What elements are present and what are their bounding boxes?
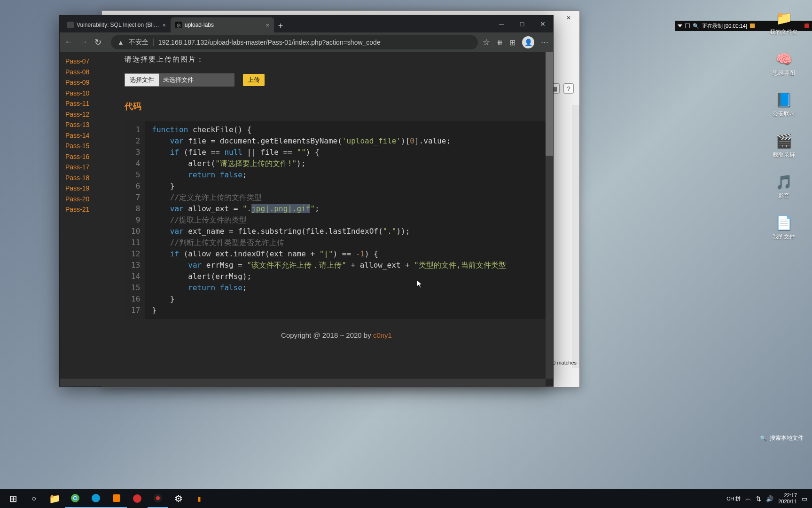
desktop-icon-label: 思维导图 <box>773 69 795 77</box>
back-button[interactable]: ← <box>64 37 73 48</box>
sidebar-item-pass-19[interactable]: Pass-19 <box>65 183 106 194</box>
sidebar-item-pass-18[interactable]: Pass-18 <box>65 173 106 183</box>
sidebar-item-pass-21[interactable]: Pass-21 <box>65 204 106 215</box>
volume-icon[interactable]: 🔊 <box>766 495 773 502</box>
sidebar-item-pass-15[interactable]: Pass-15 <box>65 141 106 151</box>
bg-scrollbar[interactable] <box>572 105 579 368</box>
svg-rect-4 <box>113 494 120 502</box>
region-icon[interactable] <box>685 24 690 28</box>
tray-chevron-icon[interactable]: ︿ <box>745 494 751 503</box>
sidebar-item-pass-20[interactable]: Pass-20 <box>65 194 106 205</box>
desktop-icon-label: 影音 <box>778 192 789 200</box>
profile-avatar[interactable]: 👤 <box>522 36 534 48</box>
line-number: 7 <box>131 192 140 203</box>
page-hscrollbar[interactable] <box>60 379 546 386</box>
app-orange-button[interactable]: ▮ <box>189 489 210 508</box>
favorite-icon[interactable]: ☆ <box>483 37 490 48</box>
match-count: 0 matches <box>553 360 577 365</box>
taskbar: ⊞ ○ 📁 ⚙ ▮ CH 拼 ︿ ⇅ 🔊 22:17 2020/11 ▭ <box>0 489 812 508</box>
clock[interactable]: 22:17 2020/11 <box>778 492 797 505</box>
desktop-icon-label: 公安联考 <box>773 110 795 118</box>
clock-date: 2020/11 <box>778 499 797 505</box>
recorder-button[interactable] <box>148 489 168 508</box>
sidebar-item-pass-07[interactable]: Pass-07 <box>65 56 106 67</box>
app-red-button[interactable] <box>127 489 148 508</box>
system-tray: CH 拼 ︿ ⇅ 🔊 22:17 2020/11 ▭ <box>726 492 809 505</box>
desktop-icon-label: 截取录屏 <box>773 151 795 159</box>
page-scrollbar[interactable] <box>546 52 553 379</box>
settings-button[interactable]: ⚙ <box>168 489 189 508</box>
line-number: 14 <box>131 271 140 282</box>
sidebar-item-pass-16[interactable]: Pass-16 <box>65 151 106 162</box>
desktop-icon[interactable]: 📁我的文件夹 <box>756 4 812 45</box>
desktop-icon[interactable]: 🎬截取录屏 <box>756 127 812 167</box>
more-icon[interactable]: ⋯ <box>541 38 548 47</box>
chrome-button[interactable] <box>65 489 86 508</box>
refresh-button[interactable]: ↻ <box>94 37 102 48</box>
sidebar-item-pass-09[interactable]: Pass-09 <box>65 77 106 88</box>
sidebar-item-pass-13[interactable]: Pass-13 <box>65 119 106 130</box>
file-input[interactable]: 选择文件 未选择文件 <box>125 73 234 87</box>
tab-upload-labs[interactable]: ◎ upload-labs × <box>171 17 274 32</box>
line-number: 5 <box>131 169 140 181</box>
sidebar-item-pass-11[interactable]: Pass-11 <box>65 98 106 109</box>
sidebar-item-pass-10[interactable]: Pass-10 <box>65 88 106 99</box>
line-number: 11 <box>131 237 140 248</box>
sidebar-item-pass-12[interactable]: Pass-12 <box>65 109 106 120</box>
forward-button[interactable]: → <box>79 37 88 48</box>
scrollbar-thumb[interactable] <box>546 52 553 156</box>
url-field[interactable]: ▲ 不安全 192.168.187.132/upload-labs-master… <box>111 35 478 49</box>
desktop-icon[interactable]: 🧠思维导图 <box>756 45 812 86</box>
zoom-icon[interactable]: 🔍 <box>693 23 699 29</box>
dropdown-icon[interactable] <box>678 24 682 27</box>
code-line: if (allow_ext.indexOf(ext_name + "|") ==… <box>152 248 506 260</box>
ime-indicator[interactable]: CH 拼 <box>726 495 741 502</box>
new-tab-button[interactable]: + <box>274 19 287 32</box>
desktop-icon[interactable]: 📄我的文件 <box>756 208 812 249</box>
desktop-icon[interactable]: 📘公安联考 <box>756 86 812 127</box>
close-tab-icon[interactable]: × <box>265 22 269 29</box>
sidebar-item-pass-14[interactable]: Pass-14 <box>65 130 106 141</box>
code-line: var errMsg = "该文件不允许上传，请上传" + allow_ext … <box>152 260 506 271</box>
vmware-button[interactable] <box>106 489 127 508</box>
sidebar-item-pass-17[interactable]: Pass-17 <box>65 162 106 173</box>
minimize-button[interactable]: ─ <box>491 16 512 32</box>
desktop-search[interactable]: 🔍 搜索本地文件 <box>760 434 804 442</box>
choose-file-button[interactable]: 选择文件 <box>125 73 159 87</box>
collections-icon[interactable]: ⧻ <box>497 38 503 47</box>
start-button[interactable]: ⊞ <box>3 489 23 508</box>
explorer-button[interactable]: 📁 <box>44 489 65 508</box>
folder-icon: 🎵 <box>773 171 794 192</box>
line-number: 6 <box>131 181 140 192</box>
svg-point-5 <box>133 494 141 503</box>
svg-point-2 <box>74 497 77 500</box>
author-link[interactable]: c0ny1 <box>373 331 392 339</box>
code-line: alert("请选择要上传的文件!"); <box>152 158 506 169</box>
extensions-icon[interactable]: ⊞ <box>509 38 515 47</box>
network-icon[interactable]: ⇅ <box>756 495 761 502</box>
sidebar-item-pass-08[interactable]: Pass-08 <box>65 67 106 78</box>
help-icon[interactable]: ? <box>563 83 574 94</box>
bg-close-button[interactable]: ✕ <box>563 14 574 22</box>
code-line: function checkFile() { <box>152 124 506 135</box>
close-tab-icon[interactable]: × <box>162 22 166 29</box>
line-number: 2 <box>131 135 140 147</box>
folder-icon: 📄 <box>773 212 794 233</box>
tab-strip: Vulnerability: SQL Injection (Blinc × ◎ … <box>60 16 553 32</box>
line-number: 17 <box>131 305 140 316</box>
address-bar: ← → ↻ ▲ 不安全 192.168.187.132/upload-labs-… <box>60 32 553 52</box>
search-button[interactable]: ○ <box>23 489 44 508</box>
desktop-search-label: 搜索本地文件 <box>770 434 804 442</box>
tab-vulnerability[interactable]: Vulnerability: SQL Injection (Blinc × <box>62 17 171 32</box>
code-line: if (file == null || file == "") { <box>152 147 506 158</box>
desktop-icon[interactable]: 🎵影音 <box>756 167 812 208</box>
line-number: 10 <box>131 226 140 237</box>
notifications-icon[interactable]: ▭ <box>802 495 807 502</box>
maximize-button[interactable]: □ <box>512 16 532 32</box>
upload-button[interactable]: 上传 <box>243 74 265 86</box>
close-button[interactable]: ✕ <box>532 16 553 32</box>
desktop-icons-column: 📁我的文件夹🧠思维导图📘公安联考🎬截取录屏🎵影音📄我的文件 <box>756 0 812 249</box>
pen-icon[interactable] <box>750 24 755 28</box>
edge-button[interactable] <box>86 489 106 508</box>
code-block: 1234567891011121314151617 function check… <box>125 121 548 319</box>
